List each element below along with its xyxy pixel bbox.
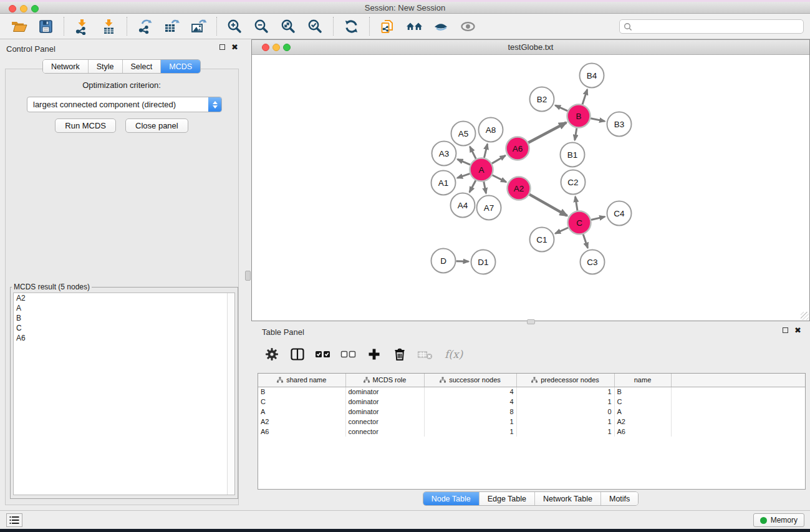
edge-A6-B[interactable]	[528, 123, 566, 143]
node-B[interactable]: B	[567, 105, 591, 128]
tab-edge-table[interactable]: Edge Table	[480, 492, 535, 505]
node-D[interactable]: D	[432, 249, 456, 273]
cell-MCDS-role[interactable]: dominator	[345, 407, 424, 417]
node-A8[interactable]: A8	[479, 118, 503, 142]
column-header-shared-name[interactable]: shared name	[258, 374, 345, 387]
cell-predecessor-nodes[interactable]: 1	[516, 417, 614, 427]
select-all-checked-icon[interactable]	[315, 346, 331, 362]
edge-C-C2[interactable]	[576, 196, 577, 211]
node-C1[interactable]: C1	[530, 228, 554, 252]
column-header-name[interactable]: name	[614, 374, 671, 387]
memory-button[interactable]: Memory	[753, 513, 804, 527]
cell-MCDS-role[interactable]: dominator	[345, 387, 424, 397]
edge-A-A5[interactable]	[470, 147, 476, 159]
node-A5[interactable]: A5	[451, 122, 476, 146]
node-A3[interactable]: A3	[432, 142, 456, 166]
edge-D-D1[interactable]	[456, 261, 468, 262]
tab-select[interactable]: Select	[123, 60, 162, 73]
edge-A-A4[interactable]	[470, 180, 476, 192]
node-C[interactable]: C	[568, 211, 591, 235]
cell-predecessor-nodes[interactable]: 1	[516, 397, 614, 407]
node-D1[interactable]: D1	[471, 250, 496, 274]
tab-motifs[interactable]: Motifs	[601, 492, 638, 505]
column-header-predecessor-nodes[interactable]: predecessor nodes	[516, 374, 614, 387]
show-eye-icon[interactable]	[460, 18, 476, 35]
network-window-titlebar[interactable]: testGlobe.txt	[252, 40, 809, 55]
table-row[interactable]: Bdominator41B	[258, 387, 806, 397]
window-resize-grip[interactable]	[801, 312, 809, 320]
cell-predecessor-nodes[interactable]: 1	[516, 387, 614, 397]
cell-shared-name[interactable]: C	[258, 397, 345, 407]
table-panel-close-icon[interactable]: ✖	[794, 327, 801, 333]
zoom-fit-icon[interactable]	[280, 18, 297, 35]
table-row[interactable]: A6connector11A6	[258, 427, 806, 437]
edge-C-C3[interactable]	[583, 234, 587, 248]
zoom-out-icon[interactable]	[253, 18, 270, 35]
node-A1[interactable]: A1	[432, 171, 456, 195]
node-C3[interactable]: C3	[581, 250, 605, 274]
result-list-item[interactable]: C	[14, 323, 234, 333]
export-image-icon[interactable]	[190, 18, 207, 35]
column-header-successor-nodes[interactable]: successor nodes	[424, 374, 516, 387]
cell-name[interactable]: C	[614, 397, 671, 407]
cell-MCDS-role[interactable]: connector	[345, 427, 424, 437]
tab-style[interactable]: Style	[89, 60, 123, 73]
export-table-icon[interactable]	[163, 18, 180, 35]
node-B1[interactable]: B1	[561, 143, 585, 167]
horizontal-splitter-handle[interactable]	[527, 319, 535, 324]
add-column-icon[interactable]	[366, 346, 382, 362]
edge-C-C1[interactable]	[555, 228, 568, 233]
result-list-item[interactable]: B	[14, 313, 234, 323]
network-canvas[interactable]: B4B2BB3A5A8A6A3AB1A1A2C2A4A7CC4C1C3DD1	[252, 56, 809, 321]
table-row[interactable]: A2connector11A2	[258, 417, 806, 427]
edge-A-A8[interactable]	[484, 144, 487, 158]
tab-network-table[interactable]: Network Table	[535, 492, 601, 505]
node-A7[interactable]: A7	[477, 196, 501, 220]
edge-C-C4[interactable]	[591, 216, 605, 220]
close-panel-button[interactable]: Close panel	[125, 118, 188, 133]
vertical-splitter-handle[interactable]	[245, 271, 251, 281]
edge-A-A1[interactable]	[457, 173, 470, 178]
delete-column-icon[interactable]	[392, 346, 408, 362]
cell-name[interactable]: B	[614, 387, 671, 397]
cell-MCDS-role[interactable]: connector	[345, 417, 424, 427]
result-list-item[interactable]: A6	[14, 333, 234, 343]
cell-predecessor-nodes[interactable]: 1	[516, 427, 614, 437]
edge-B-B3[interactable]	[591, 118, 605, 122]
cell-shared-name[interactable]: B	[258, 387, 345, 397]
clone-network-icon[interactable]	[379, 18, 396, 35]
save-session-icon[interactable]	[37, 18, 54, 35]
home-pair-icon[interactable]	[406, 18, 423, 35]
import-network-icon[interactable]	[74, 18, 90, 35]
cell-successor-nodes[interactable]: 8	[424, 407, 516, 417]
criterion-dropdown[interactable]: largest connected component (directed)	[27, 97, 222, 112]
table-row[interactable]: Cdominator41C	[258, 397, 806, 407]
cell-successor-nodes[interactable]: 1	[424, 417, 516, 427]
node-table[interactable]: shared nameMCDS rolesuccessor nodesprede…	[258, 373, 806, 490]
export-network-icon[interactable]	[137, 18, 153, 35]
tab-node-table[interactable]: Node Table	[423, 492, 480, 505]
node-C2[interactable]: C2	[561, 170, 586, 195]
edge-B-B1[interactable]	[575, 128, 577, 140]
edge-A-A6[interactable]	[492, 155, 506, 163]
cell-predecessor-nodes[interactable]: 0	[516, 407, 614, 417]
result-list-item[interactable]: A	[14, 303, 234, 313]
table-panel-float-icon[interactable]	[783, 327, 788, 333]
table-row[interactable]: Adominator80A	[258, 407, 806, 417]
control-panel-float-icon[interactable]	[219, 44, 225, 50]
node-B3[interactable]: B3	[607, 112, 632, 137]
task-history-button[interactable]	[6, 513, 22, 527]
node-B4[interactable]: B4	[580, 64, 604, 88]
run-mcds-button[interactable]: Run MCDS	[55, 118, 116, 133]
zoom-in-icon[interactable]	[226, 18, 243, 35]
cell-successor-nodes[interactable]: 4	[424, 397, 516, 407]
edge-A-A2[interactable]	[492, 175, 506, 182]
mcds-result-list[interactable]: A2ABCA6	[13, 293, 235, 495]
edge-A-A7[interactable]	[484, 181, 486, 193]
settings-gear-icon[interactable]	[264, 346, 280, 362]
cell-shared-name[interactable]: A6	[258, 427, 345, 437]
cell-name[interactable]: A2	[614, 417, 671, 427]
edge-A2-C[interactable]	[529, 195, 567, 216]
edge-B-B2[interactable]	[555, 105, 567, 111]
node-A[interactable]: A	[470, 158, 493, 181]
